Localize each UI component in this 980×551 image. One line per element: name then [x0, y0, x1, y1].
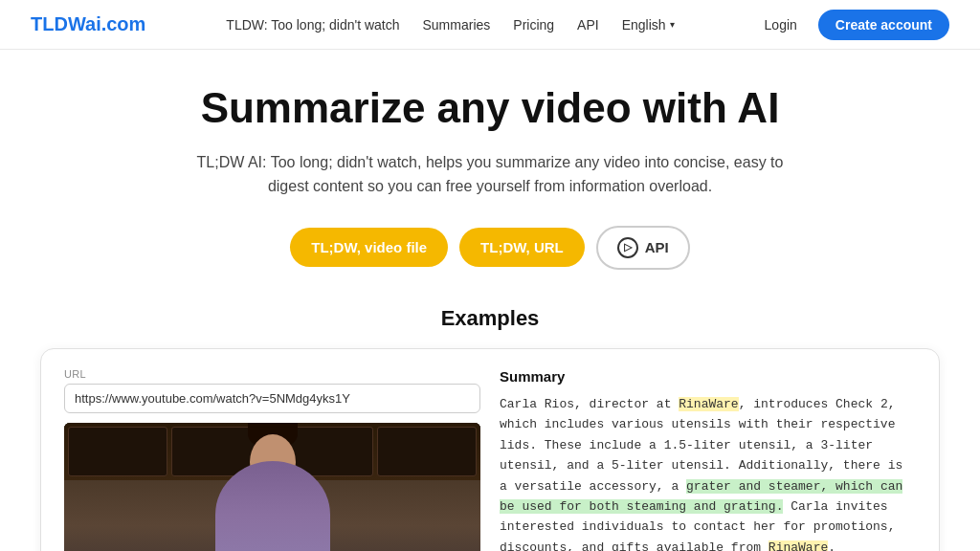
example-left: URL	[64, 368, 480, 551]
summary-heading: Summary	[500, 368, 916, 385]
nav-actions: Login Create account	[755, 10, 949, 40]
examples-section: Examples URL	[0, 297, 980, 551]
tldw-video-file-button[interactable]: TL;DW, video file	[290, 228, 448, 267]
hero-description: TL;DW AI: Too long; didn't watch, helps …	[184, 150, 796, 199]
tldw-url-button[interactable]: TL;DW, URL	[459, 228, 585, 267]
api-icon: ▷	[617, 237, 638, 258]
summary-body: Carla Rios, director at RinaWare, introd…	[500, 394, 916, 551]
nav-item-tldw[interactable]: TLDW: Too long; didn't watch	[226, 17, 399, 33]
language-selector[interactable]: English ▾	[622, 17, 675, 33]
nav-item-pricing[interactable]: Pricing	[513, 17, 554, 33]
url-input[interactable]	[64, 384, 480, 413]
chevron-down-icon: ▾	[670, 19, 675, 30]
video-thumbnail	[64, 423, 480, 551]
hero-section: Summarize any video with AI TL;DW AI: To…	[0, 50, 980, 297]
example-right: Summary Carla Rios, director at RinaWare…	[500, 368, 916, 551]
nav-item-api[interactable]: API	[577, 17, 599, 33]
nav-item-summaries[interactable]: Summaries	[423, 17, 491, 33]
api-button[interactable]: ▷ API	[596, 226, 690, 270]
logo[interactable]: TLDWai.com	[31, 13, 145, 35]
highlight-rinaware-1: RinaWare	[679, 397, 738, 411]
video-thumb-inner	[64, 423, 480, 551]
navbar: TLDWai.com TLDW: Too long; didn't watch …	[0, 0, 980, 50]
hero-headline: Summarize any video with AI	[19, 84, 961, 133]
hero-buttons: TL;DW, video file TL;DW, URL ▷ API	[19, 226, 961, 270]
highlight-rinaware-2: RinaWare	[768, 540, 828, 551]
examples-card: URL	[40, 348, 940, 551]
api-button-label: API	[645, 239, 669, 255]
url-label: URL	[64, 368, 480, 380]
create-account-button[interactable]: Create account	[818, 10, 949, 40]
examples-title: Examples	[38, 306, 942, 331]
language-label: English	[622, 17, 666, 33]
nav-links: TLDW: Too long; didn't watch Summaries P…	[226, 17, 674, 33]
login-button[interactable]: Login	[755, 11, 807, 38]
